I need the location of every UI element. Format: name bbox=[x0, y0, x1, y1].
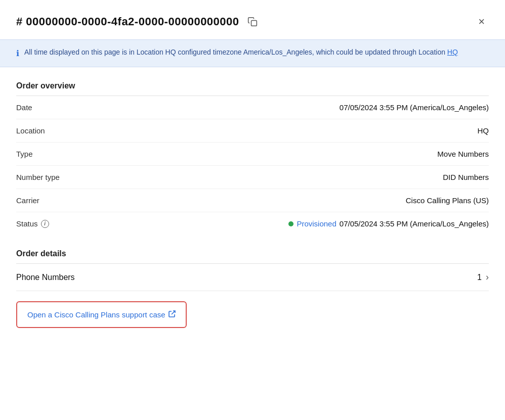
support-case-section: Open a Cisco Calling Plans support case bbox=[0, 291, 505, 338]
chevron-right-icon: › bbox=[486, 272, 489, 283]
number-type-label: Number type bbox=[16, 173, 60, 181]
status-label: Status i bbox=[16, 219, 49, 228]
date-value: 07/05/2024 3:55 PM (America/Los_Angeles) bbox=[340, 103, 489, 112]
carrier-row: Carrier Cisco Calling Plans (US) bbox=[16, 189, 489, 212]
order-details-title: Order details bbox=[16, 249, 489, 258]
phone-numbers-count: 1 bbox=[477, 273, 482, 282]
info-banner-icon: ℹ bbox=[16, 48, 19, 60]
svg-line-1 bbox=[172, 311, 175, 314]
status-value: Provisioned 07/05/2024 3:55 PM (America/… bbox=[288, 219, 489, 228]
order-overview-title: Order overview bbox=[16, 81, 489, 90]
phone-numbers-row[interactable]: Phone Numbers 1 › bbox=[16, 264, 489, 291]
copy-icon bbox=[247, 17, 258, 27]
type-value: Move Numbers bbox=[437, 150, 489, 158]
location-row: Location HQ bbox=[16, 119, 489, 143]
type-row: Type Move Numbers bbox=[16, 143, 489, 166]
location-value: HQ bbox=[478, 126, 489, 135]
info-banner: ℹ All time displayed on this page is in … bbox=[0, 39, 505, 67]
info-banner-text: All time displayed on this page is in Lo… bbox=[24, 47, 458, 58]
support-case-box: Open a Cisco Calling Plans support case bbox=[16, 301, 187, 328]
panel-header: # 00000000-0000-4fa2-0000-00000000000 × bbox=[0, 0, 505, 39]
panel: # 00000000-0000-4fa2-0000-00000000000 × … bbox=[0, 0, 505, 338]
phone-numbers-label: Phone Numbers bbox=[16, 273, 75, 282]
phone-numbers-right: 1 › bbox=[477, 272, 489, 283]
support-case-link[interactable]: Open a Cisco Calling Plans support case bbox=[27, 310, 176, 319]
status-info-icon[interactable]: i bbox=[41, 220, 49, 228]
date-row: Date 07/05/2024 3:55 PM (America/Los_Ang… bbox=[16, 96, 489, 119]
support-case-link-text: Open a Cisco Calling Plans support case bbox=[27, 310, 165, 319]
status-dot-green bbox=[288, 221, 293, 226]
svg-rect-0 bbox=[251, 21, 257, 26]
carrier-value: Cisco Calling Plans (US) bbox=[406, 196, 489, 205]
status-row: Status i Provisioned 07/05/2024 3:55 PM … bbox=[16, 212, 489, 235]
number-type-row: Number type DID Numbers bbox=[16, 166, 489, 189]
location-label: Location bbox=[16, 126, 45, 135]
panel-title: # 00000000-0000-4fa2-0000-00000000000 bbox=[16, 15, 239, 28]
hq-link[interactable]: HQ bbox=[447, 48, 458, 56]
title-area: # 00000000-0000-4fa2-0000-00000000000 bbox=[16, 15, 260, 29]
status-provisioned-text: Provisioned bbox=[297, 219, 336, 228]
carrier-label: Carrier bbox=[16, 196, 39, 205]
date-label: Date bbox=[16, 103, 32, 112]
order-overview-section: Order overview Date 07/05/2024 3:55 PM (… bbox=[0, 67, 505, 235]
order-details-section: Order details Phone Numbers 1 › bbox=[0, 235, 505, 291]
copy-button[interactable] bbox=[245, 15, 260, 29]
external-link-icon bbox=[169, 310, 176, 319]
close-button[interactable]: × bbox=[474, 14, 489, 29]
type-label: Type bbox=[16, 150, 33, 158]
number-type-value: DID Numbers bbox=[443, 173, 489, 181]
status-timestamp: 07/05/2024 3:55 PM (America/Los_Angeles) bbox=[340, 219, 489, 228]
